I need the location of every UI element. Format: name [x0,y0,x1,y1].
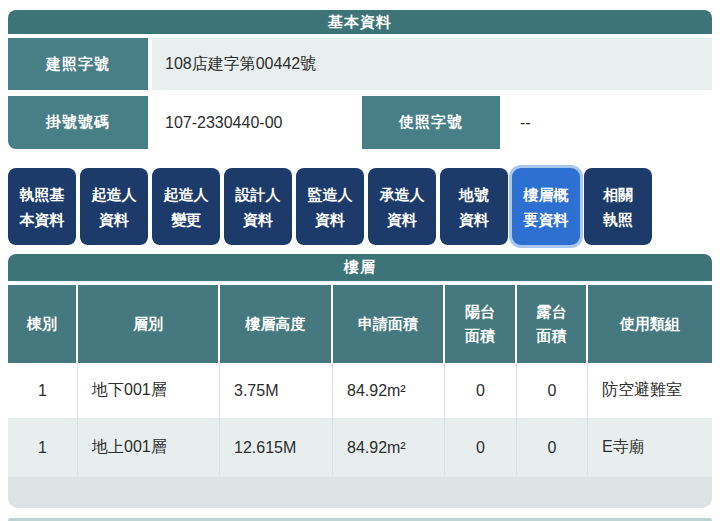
floor-table: 樓層 棟別 層別 樓層高度 申請面積 陽台面積 露台面積 使用類組 1 地下00… [8,254,712,508]
cell-floor: 地下001層 [78,363,220,418]
usage-permit-label: 使照字號 [362,96,500,149]
col-header-applied-area: 申請面積 [333,285,445,363]
permit-number-value: 108店建字第00442號 [152,38,712,90]
table-row: 1 地上001層 12.615M 84.92m² 0 0 E寺廟 [8,418,712,477]
tab-builder-info[interactable]: 起造人資料 [80,168,148,245]
permit-number-label: 建照字號 [8,38,148,90]
cell-terrace-area: 0 [517,363,588,418]
tab-license-basic-info[interactable]: 執照基本資料 [8,168,76,245]
tab-designer-info[interactable]: 設計人資料 [224,168,292,245]
tab-land-number-info[interactable]: 地號資料 [440,168,508,245]
floor-table-header: 樓層 [8,254,712,281]
tab-related-licenses[interactable]: 相關執照 [584,168,652,245]
tab-builder-change[interactable]: 起造人變更 [152,168,220,245]
cell-floor-height: 3.75M [220,363,333,418]
cell-applied-area: 84.92m² [333,363,445,418]
col-header-terrace-area: 露台面積 [517,285,588,363]
col-header-usage-group: 使用類組 [588,285,712,363]
table-footer [8,477,712,508]
cell-floor: 地上001層 [78,418,220,477]
section-tabs: 執照基本資料 起造人資料 起造人變更 設計人資料 監造人資料 承造人資料 地號資… [8,168,712,245]
basic-info-header: 基本資料 [8,10,712,34]
cell-balcony-area: 0 [445,363,517,418]
tab-contractor-info[interactable]: 承造人資料 [368,168,436,245]
table-row: 1 地下001層 3.75M 84.92m² 0 0 防空避難室 [8,363,712,418]
usage-permit-value: -- [500,96,712,149]
tab-supervisor-info[interactable]: 監造人資料 [296,168,364,245]
cell-terrace-area: 0 [517,418,588,477]
cell-usage-group: E寺廟 [588,418,712,477]
col-header-floor: 層別 [78,285,220,363]
registration-number-value: 107-2330440-00 [148,96,362,149]
col-header-floor-height: 樓層高度 [220,285,333,363]
cell-balcony-area: 0 [445,418,517,477]
col-header-building: 棟別 [8,285,78,363]
tab-floor-summary-info[interactable]: 樓層概要資料 [512,168,580,245]
cell-building: 1 [8,418,78,477]
cell-floor-height: 12.615M [220,418,333,477]
col-header-balcony-area: 陽台面積 [445,285,517,363]
registration-number-row: 掛號號碼 107-2330440-00 使照字號 -- [8,96,712,149]
permit-number-row: 建照字號 108店建字第00442號 [8,38,712,90]
cell-building: 1 [8,363,78,418]
building-permit-page: 基本資料 建照字號 108店建字第00442號 掛號號碼 107-2330440… [0,0,720,521]
floor-table-title: 樓層 [344,258,376,277]
registration-number-label: 掛號號碼 [8,96,148,149]
cell-usage-group: 防空避難室 [588,363,712,418]
floor-table-column-headers: 棟別 層別 樓層高度 申請面積 陽台面積 露台面積 使用類組 [8,285,712,363]
basic-info-title: 基本資料 [328,13,392,32]
basic-info-panel: 基本資料 建照字號 108店建字第00442號 掛號號碼 107-2330440… [8,10,712,149]
cell-applied-area: 84.92m² [333,418,445,477]
